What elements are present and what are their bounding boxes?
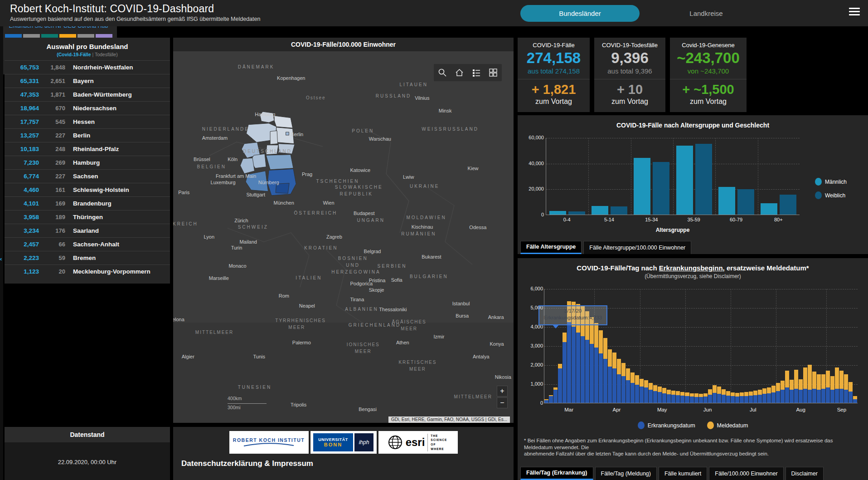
daily-stacked-bar[interactable] bbox=[621, 363, 626, 403]
subtitle-deaths-toggle[interactable]: Todesfälle) bbox=[95, 52, 118, 57]
stat-card[interactable]: COVID-19-Todesfälle9,396aus total 9,396+… bbox=[594, 38, 665, 112]
age-bar-weiblich[interactable] bbox=[653, 162, 669, 215]
daily-stacked-bar[interactable] bbox=[722, 389, 726, 403]
daily-stacked-bar[interactable] bbox=[599, 330, 603, 403]
age-bar-männlich[interactable] bbox=[634, 158, 650, 215]
rki-logo[interactable]: ROBERT KOCH INSTITUT bbox=[229, 431, 309, 454]
daily-stacked-bar[interactable] bbox=[726, 391, 730, 403]
daily-stacked-bar[interactable] bbox=[594, 323, 598, 403]
age-bar-weiblich[interactable] bbox=[568, 211, 585, 215]
daily-stacked-bar[interactable] bbox=[853, 396, 857, 403]
collapse-chevron-icon[interactable]: ‹ bbox=[0, 255, 2, 262]
daily-stacked-bar[interactable] bbox=[844, 374, 848, 403]
zoom-in-button[interactable]: + bbox=[497, 386, 508, 397]
daily-stacked-bar[interactable] bbox=[553, 387, 558, 403]
daily-stacked-bar[interactable] bbox=[544, 399, 548, 403]
table-row-bundesland[interactable]: 65,3312,651Bayern bbox=[5, 74, 170, 88]
daily-stacked-bar[interactable] bbox=[558, 364, 562, 403]
daily-stacked-bar[interactable] bbox=[685, 392, 689, 403]
table-row-bundesland[interactable]: 10,183248Rheinland-Pfalz bbox=[5, 142, 170, 156]
stat-card[interactable]: Covid-19-Genesene~243,700von ~243,700+ ~… bbox=[670, 38, 747, 112]
daily-stacked-bar[interactable] bbox=[662, 388, 666, 403]
daily-stacked-bar[interactable] bbox=[690, 393, 694, 403]
legend-erkrankungsdatum[interactable]: Erkrankungsdatum bbox=[638, 421, 695, 429]
daily-stacked-bar[interactable] bbox=[658, 387, 662, 403]
age-bar-weiblich[interactable] bbox=[611, 206, 627, 215]
daily-tab[interactable]: Fälle kumuliert bbox=[659, 467, 707, 480]
daily-stacked-bar[interactable] bbox=[803, 367, 807, 403]
table-row-bundesland[interactable]: 6,774227Sachsen bbox=[5, 169, 170, 183]
subtitle-cases-toggle[interactable]: (Covid-19-Fälle bbox=[57, 52, 91, 57]
daily-stacked-bar[interactable] bbox=[630, 372, 635, 403]
stat-card[interactable]: COVID-19-Fälle274,158aus total 274,158+ … bbox=[518, 38, 590, 112]
uni-bonn-logo[interactable]: UNIVERSITÄT BONN ihph bbox=[310, 431, 377, 454]
table-row-bundesland[interactable]: 7,230269Hamburg bbox=[5, 156, 170, 169]
daily-stacked-bar[interactable] bbox=[717, 387, 721, 403]
daily-stacked-bar[interactable] bbox=[671, 391, 675, 403]
daily-stacked-bar[interactable] bbox=[826, 371, 830, 403]
daily-stacked-bar[interactable] bbox=[640, 379, 644, 403]
search-icon[interactable] bbox=[438, 68, 447, 77]
daily-stacked-bar[interactable] bbox=[771, 386, 776, 403]
daily-stacked-bar[interactable] bbox=[812, 372, 816, 403]
legend-meldedatum[interactable]: Meldedatum bbox=[707, 421, 748, 429]
daily-stacked-bar[interactable] bbox=[667, 390, 671, 403]
daily-stacked-bar[interactable] bbox=[835, 367, 839, 403]
table-row-bundesland[interactable]: 2,22359Bremen bbox=[5, 251, 170, 264]
table-row-bundesland[interactable]: 2,45766Sachsen-Anhalt bbox=[5, 237, 170, 251]
age-tab[interactable]: Fälle Altersgruppe bbox=[520, 241, 582, 254]
daily-stacked-bar[interactable] bbox=[703, 393, 708, 403]
daily-stacked-bar[interactable] bbox=[762, 388, 766, 403]
daily-stacked-bar[interactable] bbox=[794, 370, 798, 403]
daily-stacked-bar[interactable] bbox=[744, 392, 748, 403]
daily-tab[interactable]: Fälle/Tag (Erkrankung) bbox=[520, 467, 593, 480]
daily-stacked-bar[interactable] bbox=[653, 385, 657, 403]
daily-stacked-bar[interactable] bbox=[549, 395, 553, 403]
daily-stacked-bar[interactable] bbox=[699, 394, 703, 403]
daily-stacked-bar[interactable] bbox=[612, 353, 616, 403]
table-row-bundesland[interactable]: 18,964670Niedersachsen bbox=[5, 101, 170, 115]
hamburger-menu-icon[interactable] bbox=[849, 8, 860, 17]
daily-stacked-bar[interactable] bbox=[644, 380, 648, 403]
table-row-bundesland[interactable]: 3,234176Saarland bbox=[5, 224, 170, 237]
daily-stacked-bar[interactable] bbox=[608, 349, 612, 403]
daily-stacked-bar[interactable] bbox=[785, 371, 789, 403]
daily-stacked-bar[interactable] bbox=[626, 368, 630, 403]
germany-choropleth[interactable] bbox=[236, 92, 304, 218]
daily-stacked-bar[interactable] bbox=[694, 393, 698, 403]
daily-stacked-bar[interactable] bbox=[830, 376, 834, 403]
daily-stacked-bar[interactable] bbox=[735, 393, 739, 403]
zoom-out-button[interactable]: − bbox=[497, 397, 508, 408]
daily-stacked-bar[interactable] bbox=[708, 389, 712, 403]
daily-stacked-bar[interactable] bbox=[731, 392, 735, 403]
daily-stacked-bar[interactable] bbox=[590, 317, 594, 403]
daily-stacked-bar[interactable] bbox=[680, 392, 684, 403]
table-row-bundesland[interactable]: 1,12320Mecklenburg-Vorpommern bbox=[5, 264, 170, 278]
daily-stacked-bar[interactable] bbox=[563, 333, 567, 403]
daily-stacked-bar[interactable] bbox=[676, 391, 680, 403]
daily-tab[interactable]: Fälle/100.000 Einwohner bbox=[709, 467, 783, 480]
privacy-imprint-link[interactable]: Datenschutzerklärung & Impressum bbox=[173, 454, 514, 468]
age-bar-männlich[interactable] bbox=[761, 203, 777, 215]
tab-landkreise[interactable]: Landkreise bbox=[670, 5, 742, 22]
daily-stacked-bar[interactable] bbox=[749, 392, 753, 403]
age-bar-weiblich[interactable] bbox=[780, 195, 796, 215]
daily-stacked-bar[interactable] bbox=[713, 385, 717, 403]
age-bar-männlich[interactable] bbox=[592, 206, 608, 215]
age-bar-männlich[interactable] bbox=[718, 187, 735, 215]
table-row-bundesland[interactable]: 65,7531,848Nordrhein-Westfalen bbox=[5, 60, 170, 74]
legend-maennlich[interactable]: Männlich bbox=[815, 178, 847, 186]
tab-bundeslaender[interactable]: Bundesländer bbox=[520, 5, 640, 22]
age-tab[interactable]: Fälle Altersgruppe/100.000 Einwohner bbox=[583, 241, 691, 254]
daily-stacked-bar[interactable] bbox=[839, 371, 844, 403]
daily-tab[interactable]: Fälle/Tag (Meldung) bbox=[595, 467, 657, 480]
daily-stacked-bar[interactable] bbox=[776, 383, 780, 403]
daily-stacked-bar[interactable] bbox=[799, 379, 803, 403]
daily-stacked-bar[interactable] bbox=[758, 390, 762, 403]
age-bar-männlich[interactable] bbox=[676, 146, 693, 215]
table-row-bundesland[interactable]: 17,757545Hessen bbox=[5, 115, 170, 128]
daily-stacked-bar[interactable] bbox=[740, 392, 744, 403]
daily-stacked-bar[interactable] bbox=[781, 381, 785, 403]
daily-stacked-bar[interactable] bbox=[635, 375, 639, 403]
age-bar-weiblich[interactable] bbox=[695, 144, 712, 215]
